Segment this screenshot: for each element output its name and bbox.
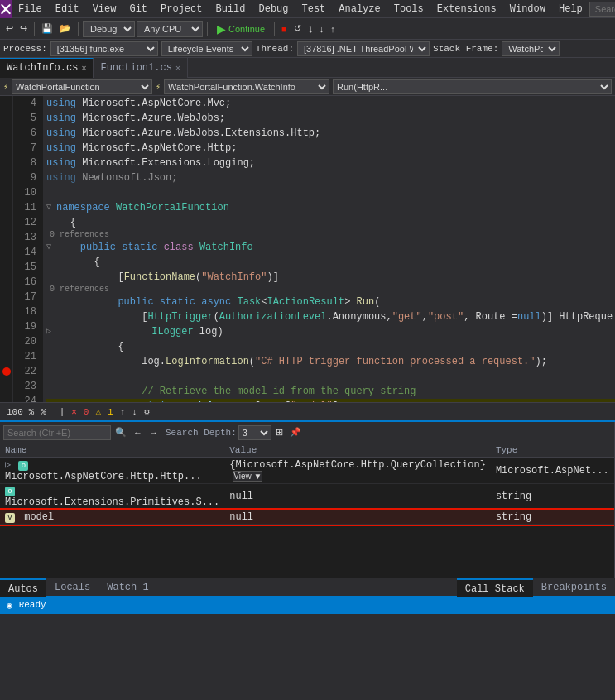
breakpoint-indicator [2,367,11,376]
code-line-20: log.LogInformation("C# HTTP trigger func… [46,354,615,369]
tab-watchinfo-label: WatchInfo.cs [7,62,78,74]
platform-dropdown[interactable]: Any CPU [137,21,203,37]
code-line-16: public static async Task<IActionResult> … [46,295,615,309]
autos-row-3[interactable]: v model null string [0,510,614,525]
autos-table-container: Name Value Type ▷ o Microsoft.AspNetCore… [0,443,614,578]
menu-file[interactable]: File [12,0,49,18]
menu-view[interactable]: View [86,0,123,18]
tab-breakpoints[interactable]: Breakpoints [533,578,615,597]
thread-dropdown[interactable]: [37816] .NET ThreadPool Worker [297,41,430,56]
autos-nav-back[interactable]: ← [131,426,145,439]
step-into-button[interactable]: ↓ [317,22,327,36]
step-out-button[interactable]: ↑ [328,22,338,36]
autos-row-1[interactable]: ▷ o Microsoft.AspNetCore.Http.Http... {M… [0,458,614,484]
nav-left-dropdown[interactable]: WatchPortalFunction [12,79,152,94]
menu-extensions[interactable]: Extensions [430,0,503,18]
tab-function1-close[interactable]: ✕ [175,63,180,73]
error-icon: ✕ [71,406,77,417]
menu-project[interactable]: Project [154,0,209,18]
process-dropdown[interactable]: [31356] func.exe [50,41,158,56]
autos-row-3-value: null [224,510,491,525]
code-line-8: using Microsoft.Extensions.Logging; [46,156,615,170]
bp-gutter: ➤ [0,96,13,402]
open-button[interactable]: 📂 [57,22,74,36]
code-line-6: using Microsoft.Azure.WebJobs.Extensions… [46,126,615,141]
code-line-18: ▷ ILogger log) [46,324,615,339]
step-over-button[interactable]: ⤵ [305,22,315,36]
code-line-22: // Retrieve the model id from the query … [46,384,615,399]
zoom-level: 100 % [7,407,34,417]
stack-dropdown[interactable]: WatchPo... [502,41,560,56]
toolbar: ↩ ↪ 💾 📂 Debug Any CPU ▶ Continue ■ ↺ ⤵ ↓… [0,18,615,40]
stack-label: Stack Frame: [433,44,498,54]
autos-row-2-name: o Microsoft.Extensions.Primitives.S... [0,484,224,510]
editor-tab-bar: WatchInfo.cs ✕ Function1.cs ✕ [0,58,615,78]
tab-autos[interactable]: Autos [0,578,46,597]
col-value: Value [224,443,491,458]
menu-bar: File Edit View Git Project Build Debug T… [0,0,615,18]
code-editor: ➤ 4 5 6 7 8 9 10 11 12 13 14 15 16 17 18… [0,96,615,402]
code-line-12: { [46,215,615,230]
toolbar-separator-1 [34,22,35,36]
menu-edit[interactable]: Edit [49,0,86,18]
menu-build[interactable]: Build [209,0,252,18]
redo-button[interactable]: ↪ [17,22,30,36]
menu-test[interactable]: Test [295,0,333,18]
undo-button[interactable]: ↩ [3,22,16,36]
warning-icon: ⚠ [95,406,101,417]
vs-logo [0,0,12,18]
line-numbers: 4 5 6 7 8 9 10 11 12 13 14 15 16 17 18 1… [13,96,43,402]
fold-icon-11[interactable]: ▽ [46,200,56,215]
tab-watch1[interactable]: Watch 1 [98,578,156,597]
autos-row-3-name: v model [0,510,224,525]
status-icon: ◉ [7,600,12,611]
ref-hint-16: 0 references [50,285,615,295]
expand-button[interactable]: ⊞ [273,425,286,439]
tab-function1[interactable]: Function1.cs ✕ [94,58,187,78]
error-count: 0 [84,407,89,417]
tab-watchinfo-close[interactable]: ✕ [81,63,86,73]
up-arrow[interactable]: ↑ [120,407,126,417]
nav-right-dropdown[interactable]: WatchPortalFunction.WatchInfo [164,79,329,94]
tab-watchinfo[interactable]: WatchInfo.cs ✕ [0,58,94,78]
fold-icon-18[interactable]: ▷ [46,324,56,339]
stop-button[interactable]: ■ [279,22,290,36]
code-line-19: { [46,339,615,354]
autos-search-input[interactable] [3,425,111,440]
lifecycle-dropdown[interactable]: Lifecycle Events [161,41,252,56]
code-line-7: using Microsoft.AspNetCore.Http; [46,141,615,156]
save-button[interactable]: 💾 [39,22,55,36]
config-dropdown[interactable]: Debug [83,21,135,37]
tab-callstack[interactable]: Call Stack [457,578,533,597]
autos-search-button[interactable]: 🔍 [113,425,129,439]
autos-nav-forward[interactable]: → [147,426,161,439]
fold-icon-13[interactable]: ▽ [46,240,56,255]
autos-row-1-name: ▷ o Microsoft.AspNetCore.Http.Http... [0,458,224,484]
autos-row-2[interactable]: o Microsoft.Extensions.Primitives.S... n… [0,484,614,510]
menu-tools[interactable]: Tools [387,0,430,18]
process-bar: Process: [31356] func.exe Lifecycle Even… [0,40,615,58]
continue-button[interactable]: ▶ Continue [212,21,270,37]
code-line-21 [46,369,615,384]
down-arrow[interactable]: ↓ [132,407,137,417]
menu-window[interactable]: Window [503,0,552,18]
search-depth-select[interactable]: 3 [238,425,271,440]
code-line-23: string model = req.Query["model"]; [46,399,615,402]
menu-analyze[interactable]: Analyze [332,0,387,18]
view-button-1[interactable]: View ▼ [233,471,262,482]
restart-button[interactable]: ↺ [291,22,304,36]
code-line-16-group: 0 references public static async Task<IA… [46,285,615,309]
pin-button[interactable]: 📌 [287,425,304,439]
menu-debug[interactable]: Debug [252,0,295,18]
zoom-percent: % [41,407,46,417]
settings-icon[interactable]: ⚙ [144,406,150,417]
menu-search-input[interactable] [589,2,615,17]
nav-bar: ⚡ WatchPortalFunction ⚡ WatchPortalFunct… [0,78,615,96]
toolbar-separator-3 [207,22,208,36]
nav-right2-dropdown[interactable]: Run(HttpR... [333,79,612,94]
ref-hint-13: 0 references [50,230,615,240]
menu-help[interactable]: Help [552,0,589,18]
menu-git[interactable]: Git [123,0,154,18]
tab-locals[interactable]: Locals [46,578,98,597]
editor-inner: ➤ 4 5 6 7 8 9 10 11 12 13 14 15 16 17 18… [0,96,615,402]
